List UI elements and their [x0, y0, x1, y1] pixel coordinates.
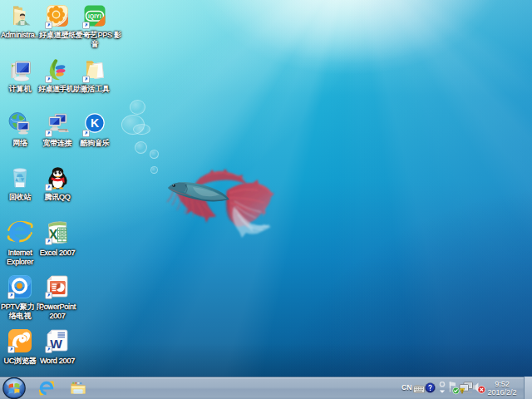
svg-text:iQIYI: iQIYI — [88, 13, 101, 20]
svg-text:K: K — [91, 116, 99, 130]
